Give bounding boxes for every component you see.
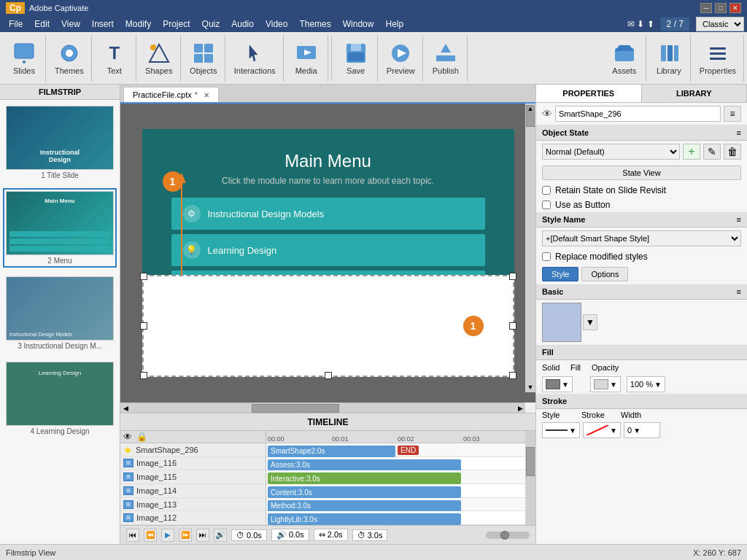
text-btn[interactable]: T Text	[96, 39, 133, 78]
style-name-select[interactable]: +[Default Smart Shape Style]	[542, 230, 741, 246]
stroke-color-swatch[interactable]	[546, 379, 560, 389]
stroke-style-arrow[interactable]: ▼	[569, 427, 576, 435]
edit-state-btn[interactable]: ✎	[703, 144, 721, 160]
tl-prev-btn[interactable]: ⏮	[126, 529, 139, 542]
track-bar-image116[interactable]: Assess:3.0s	[266, 457, 525, 471]
track-bar-image115[interactable]: Interactive:3.0s	[266, 470, 525, 484]
minimize-btn[interactable]: ─	[700, 3, 712, 13]
shapes-btn[interactable]: Shapes	[141, 39, 177, 78]
selection-handle-bl[interactable]	[140, 372, 147, 379]
menu-audio[interactable]: Audio	[225, 18, 260, 31]
horizontal-scroll-thumb[interactable]	[252, 404, 339, 413]
canvas-wrapper[interactable]: Main Menu Click the module name to learn…	[120, 104, 535, 402]
filmstrip-slide-2[interactable]: Main Menu 2 Menu	[3, 188, 117, 268]
menu-insert[interactable]: Insert	[86, 18, 120, 31]
state-view-btn[interactable]: State View	[542, 166, 741, 180]
maximize-btn[interactable]: □	[715, 3, 727, 13]
tl-audio-btn[interactable]: 🔊	[214, 529, 227, 542]
replace-modified-row[interactable]: Replace modified styles	[536, 249, 747, 264]
menu-quiz[interactable]: Quiz	[196, 18, 226, 31]
retain-state-row[interactable]: Retain State on Slide Revisit	[536, 183, 747, 198]
use-as-button-checkbox[interactable]	[542, 201, 551, 209]
mode-select[interactable]: Classic	[696, 17, 744, 31]
options-menu-btn[interactable]: ≡	[724, 106, 741, 122]
menu-help[interactable]: Help	[379, 18, 409, 31]
properties-btn[interactable]: Properties	[695, 39, 740, 78]
basic-menu-icon[interactable]: ≡	[737, 287, 741, 296]
track-bar-image113[interactable]: Method:3.0s	[266, 498, 525, 512]
tl-play-btn[interactable]: ▶	[161, 529, 174, 542]
horizontal-scrollbar[interactable]: ◀ ▶	[120, 402, 525, 413]
replace-modified-checkbox[interactable]	[542, 252, 551, 261]
white-box-element[interactable]: 1	[142, 275, 514, 377]
state-select[interactable]: Normal (Default)	[542, 144, 680, 160]
filmstrip-content[interactable]: Instructional Design 1 Title Slide Main …	[0, 100, 120, 544]
menu-file[interactable]: File	[3, 18, 28, 31]
scroll-up-btn[interactable]: ▲	[525, 104, 535, 114]
selection-handle-left[interactable]	[140, 322, 147, 330]
object-name-input[interactable]	[555, 106, 721, 122]
add-state-btn[interactable]: +	[683, 144, 700, 160]
preview-btn[interactable]: Preview	[382, 39, 419, 78]
retain-state-checkbox[interactable]	[542, 186, 551, 195]
menu-project[interactable]: Project	[157, 18, 196, 31]
stroke-color-arrow[interactable]: ▼	[610, 427, 617, 435]
tab-practicefile[interactable]: PracticeFile.cptx * ✕	[123, 87, 219, 102]
close-btn[interactable]: ✕	[729, 3, 741, 13]
selection-handle-tr[interactable]	[509, 273, 516, 280]
track-label-image116[interactable]: ⊞ Image_116	[120, 457, 266, 471]
stroke-color-control-2[interactable]: ▼	[583, 422, 621, 438]
slide-canvas[interactable]: Main Menu Click the module name to learn…	[142, 129, 514, 377]
track-bar-image114[interactable]: Content:3.0s	[266, 484, 525, 498]
use-as-button-row[interactable]: Use as Button	[536, 198, 747, 212]
object-state-menu-icon[interactable]: ≡	[737, 128, 741, 137]
save-btn[interactable]: Save	[338, 39, 374, 78]
track-label-image112[interactable]: ⊞ Image_112	[120, 511, 266, 525]
selection-handle-right[interactable]	[509, 322, 516, 330]
scroll-down-btn[interactable]: ▼	[525, 382, 535, 392]
stroke-width-arrow[interactable]: ▼	[633, 427, 640, 435]
timeline-zoom-slider[interactable]	[486, 532, 530, 539]
tl-next-btn[interactable]: ⏭	[196, 529, 209, 542]
publish-btn[interactable]: Publish	[427, 39, 464, 78]
tl-step-fwd-btn[interactable]: ⏩	[179, 529, 192, 542]
color-dropdown-btn[interactable]: ▼	[583, 314, 597, 330]
track-label-smartshape[interactable]: ★ SmartShape_296	[120, 443, 266, 457]
opacity-control[interactable]: 100 % ▼	[627, 376, 665, 392]
scroll-right-btn[interactable]: ▶	[515, 403, 525, 413]
themes-btn[interactable]: Themes	[50, 39, 88, 78]
eye-icon[interactable]: 👁	[123, 432, 132, 442]
style-tab-btn[interactable]: Style	[542, 267, 578, 281]
track-label-image114[interactable]: ⊞ Image_114	[120, 484, 266, 498]
scroll-left-btn[interactable]: ◀	[120, 403, 131, 413]
tl-step-back-btn[interactable]: ⏪	[144, 529, 157, 542]
menu-themes[interactable]: Themes	[293, 18, 336, 31]
timeline-v-scrollbar[interactable]	[525, 431, 535, 525]
opacity-dropdown-arrow[interactable]: ▼	[654, 381, 662, 389]
track-label-image115[interactable]: ⊞ Image_115	[120, 470, 266, 484]
menu-video[interactable]: Video	[260, 18, 293, 31]
objects-btn[interactable]: Objects	[185, 39, 222, 78]
eye-toggle-icon[interactable]: 👁	[542, 108, 552, 120]
track-bar-image112[interactable]: LightlyLib:3.0s	[266, 511, 525, 525]
library-btn[interactable]: Library	[651, 39, 687, 78]
stroke-width-control[interactable]: 0 ▼	[624, 422, 660, 438]
track-label-image113[interactable]: ⊞ Image_113	[120, 498, 266, 512]
color-preview-box[interactable]	[542, 303, 581, 342]
timeline-scroll-thumb[interactable]	[526, 447, 535, 476]
media-btn[interactable]: Media	[288, 39, 325, 78]
assets-btn[interactable]: Assets	[606, 39, 643, 78]
selection-handle-tl[interactable]	[140, 273, 147, 280]
fill-color-swatch[interactable]	[594, 379, 608, 389]
tab-close-icon[interactable]: ✕	[204, 91, 209, 99]
fill-dropdown-arrow[interactable]: ▼	[610, 381, 617, 389]
fill-color-control[interactable]: ▼	[590, 376, 621, 392]
zoom-slider-thumb[interactable]	[500, 531, 509, 540]
delete-state-btn[interactable]: 🗑	[724, 144, 741, 160]
vertical-scrollbar[interactable]: ▲ ▼	[525, 104, 535, 392]
tab-properties[interactable]: PROPERTIES	[536, 85, 642, 102]
filmstrip-slide-3[interactable]: Instructional Design Models 3 Instructio…	[3, 273, 117, 353]
selection-handle-bottom[interactable]	[325, 372, 332, 379]
stroke-color-control[interactable]: ▼	[542, 376, 573, 392]
menu-edit[interactable]: Edit	[28, 18, 55, 31]
